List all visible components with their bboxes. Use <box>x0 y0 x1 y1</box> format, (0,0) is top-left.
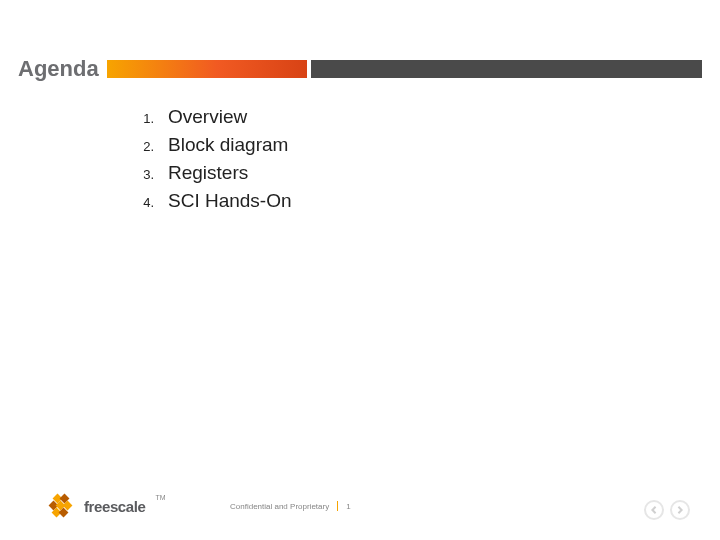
accent-bar-orange <box>107 60 307 78</box>
slide-nav <box>644 500 690 520</box>
slide-header: Agenda <box>18 56 702 82</box>
list-item: 2. Block diagram <box>128 132 292 160</box>
next-button[interactable] <box>670 500 690 520</box>
list-text: Registers <box>168 160 248 186</box>
confidential-label: Confidential and Proprietary <box>230 502 329 511</box>
brand-name: freescale <box>84 498 145 515</box>
list-item: 1. Overview <box>128 104 292 132</box>
header-accent-bars <box>107 60 702 78</box>
list-text: Overview <box>168 104 247 130</box>
accent-bar-dark <box>311 60 702 78</box>
list-number: 4. <box>128 190 168 216</box>
footer-divider <box>337 501 338 511</box>
list-item: 3. Registers <box>128 160 292 188</box>
page-number: 1 <box>346 502 350 511</box>
list-text: SCI Hands-On <box>168 188 292 214</box>
brand-logo: freescale <box>50 495 145 517</box>
list-number: 2. <box>128 134 168 160</box>
page-title: Agenda <box>18 56 107 82</box>
slide-footer: freescale TM Confidential and Proprietar… <box>50 492 690 520</box>
agenda-list: 1. Overview 2. Block diagram 3. Register… <box>128 104 292 216</box>
list-text: Block diagram <box>168 132 288 158</box>
chevron-right-icon <box>676 506 684 514</box>
chevron-left-icon <box>650 506 658 514</box>
prev-button[interactable] <box>644 500 664 520</box>
list-item: 4. SCI Hands-On <box>128 188 292 216</box>
list-number: 1. <box>128 106 168 132</box>
footer-meta: Confidential and Proprietary 1 <box>230 501 351 511</box>
logo-mark-icon <box>50 495 78 517</box>
trademark-label: TM <box>155 494 165 501</box>
list-number: 3. <box>128 162 168 188</box>
